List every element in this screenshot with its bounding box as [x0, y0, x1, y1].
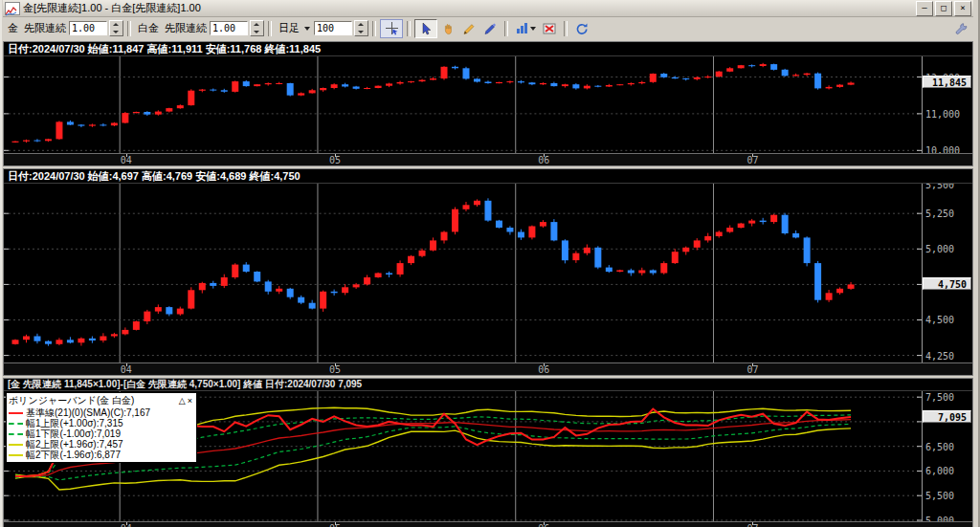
spin-down-icon[interactable]: [110, 29, 122, 36]
toolbar-separator: [564, 21, 568, 36]
platinum-price-axis: 5,5005,2505,0004,5004,2504,750: [923, 184, 972, 362]
x-axis-label: 07: [746, 523, 758, 527]
cursor-arrow-icon: [420, 22, 433, 35]
legend-entry: 幅2下限(-1.96σ):6,877: [9, 450, 193, 460]
bollinger-legend: ボリンジャーバンド(金 白金) △ × 基準線(21)(0)(SMA)(C):7…: [6, 392, 197, 463]
dropdown-caret-icon[interactable]: [304, 27, 310, 31]
x-axis-label: 07: [746, 155, 758, 165]
period-dropdown[interactable]: 日足: [278, 21, 300, 35]
y-axis-label: 11,000: [925, 109, 960, 120]
y-axis-label: 4,500: [925, 315, 954, 325]
y-axis-label: 6,000: [925, 466, 954, 476]
toolbar-separator: [407, 21, 411, 36]
spin-down-icon[interactable]: [251, 29, 263, 36]
maximize-button[interactable]: □: [935, 1, 952, 16]
x-axis-label: 06: [538, 155, 549, 165]
pencil-tool-button[interactable]: [458, 20, 479, 37]
x-axis-label: 04: [121, 523, 132, 527]
minimize-button[interactable]: –: [916, 1, 933, 16]
line-swatch: [9, 433, 23, 435]
spin-down-icon[interactable]: [355, 29, 368, 36]
gold-info-line: 日付:2024/07/30 始値:11,847 高値:11,911 安値:11,…: [4, 42, 972, 56]
bar-count-value[interactable]: 100: [314, 21, 352, 35]
y-axis-label: 7,500: [925, 392, 954, 403]
bar-count-spinner[interactable]: 100: [314, 20, 368, 36]
last-price-box: 11,845: [923, 76, 971, 88]
chart-delete-icon: [543, 22, 556, 35]
hand-tool-button[interactable]: [437, 20, 458, 37]
spread-x-axis: 04050607: [4, 521, 972, 527]
title-bar[interactable]: 金[先限連続]1.00 - 白金[先限連続]1.00 – □ ×: [3, 0, 973, 17]
window-title: 金[先限連続]1.00 - 白金[先限連続]1.00: [23, 1, 916, 15]
toolbar-separator: [504, 21, 508, 36]
remove-chart-button[interactable]: [539, 20, 560, 37]
gold-plot-area[interactable]: [4, 56, 923, 153]
platinum-multiplier-spinner[interactable]: 1.00: [210, 20, 264, 36]
spread-plot-area[interactable]: ボリンジャーバンド(金 白金) △ × 基準線(21)(0)(SMA)(C):7…: [4, 391, 923, 521]
platinum-chart-panel: 日付:2024/07/30 始値:4,697 高値:4,769 安値:4,689…: [3, 168, 973, 376]
chart-type-button[interactable]: [512, 20, 539, 37]
x-axis-label: 07: [746, 364, 758, 375]
toolbar-separator: [127, 21, 131, 36]
pencil-icon: [462, 22, 476, 35]
gold-chart-panel: 日付:2024/07/30 始値:11,847 高値:11,911 安値:11,…: [3, 41, 973, 166]
x-axis-label: 04: [121, 155, 132, 165]
legend-collapse-button[interactable]: △: [178, 396, 187, 406]
gold-symbol-label: 金: [8, 21, 18, 35]
pen-tool-button[interactable]: [479, 20, 501, 37]
chart-cursor-icon: [385, 21, 399, 35]
platinum-info-line: 日付:2024/07/30 始値:4,697 高値:4,769 安値:4,689…: [4, 169, 972, 184]
spread-value-axis: 7,5006,5006,0005,5005,0007,095: [923, 391, 972, 521]
toolbar-separator: [268, 21, 272, 36]
x-axis-label: 05: [329, 155, 341, 165]
x-axis-label: 05: [329, 364, 341, 375]
line-swatch: [9, 454, 23, 456]
close-button[interactable]: ×: [954, 1, 971, 16]
y-axis-label: 10,000: [925, 145, 960, 153]
x-axis-label: 04: [121, 364, 132, 375]
gold-price-axis: 12,00011,00010,00011,845: [923, 56, 972, 153]
spin-up-icon[interactable]: [251, 21, 263, 29]
y-axis-label: 5,500: [925, 184, 954, 190]
hand-icon: [441, 22, 455, 35]
platinum-x-axis: 04050607: [4, 362, 972, 375]
refresh-icon: [575, 22, 589, 35]
x-axis-label: 06: [538, 523, 549, 527]
gold-multiplier-spinner[interactable]: 1.00: [69, 20, 123, 36]
chart-window-icon: [5, 2, 20, 15]
platinum-series-label: 先限連続: [165, 21, 207, 35]
x-axis-label: 05: [329, 523, 341, 527]
last-price-box: 7,095: [923, 410, 971, 423]
toolbar-separator: [372, 21, 376, 36]
wrench-icon: [954, 22, 968, 35]
platinum-multiplier-value[interactable]: 1.00: [210, 21, 248, 35]
spread-chart-panel: [金 先限連続 11,845×1.00]-[白金 先限連続 4,750×1.00…: [3, 378, 973, 527]
dropdown-caret-icon: [530, 27, 536, 31]
last-price-box: 4,750: [923, 277, 971, 290]
select-tool-button[interactable]: [414, 19, 437, 38]
gold-multiplier-value[interactable]: 1.00: [69, 21, 107, 35]
legend-close-button[interactable]: ×: [187, 396, 193, 406]
x-axis-label: 06: [538, 364, 549, 375]
spin-up-icon[interactable]: [355, 21, 368, 29]
refresh-button[interactable]: [571, 20, 592, 37]
y-axis-label: 4,250: [925, 351, 954, 362]
gold-candlestick-chart: [4, 56, 922, 153]
platinum-plot-area[interactable]: [4, 184, 923, 362]
y-axis-label: 5,500: [925, 491, 954, 501]
spread-header-line: [金 先限連続 11,845×1.00]-[白金 先限連続 4,750×1.00…: [4, 379, 972, 391]
y-axis-label: 5,250: [925, 209, 954, 219]
app-window: 金[先限連続]1.00 - 白金[先限連続]1.00 – □ × 金 先限連続 …: [0, 0, 980, 527]
settings-wrench-button[interactable]: [950, 20, 971, 37]
candles: [11, 198, 854, 345]
chart-cursor-button[interactable]: [380, 19, 403, 38]
gold-x-axis: 04050607: [4, 153, 972, 165]
platinum-symbol-label: 白金: [138, 21, 159, 35]
spin-up-icon[interactable]: [110, 21, 122, 29]
pen-icon: [483, 22, 497, 35]
line-swatch: [9, 444, 23, 446]
bar-chart-icon: [516, 22, 528, 34]
candles: [11, 63, 854, 143]
y-axis-label: 5,000: [925, 244, 954, 254]
toolbar: 金 先限連続 1.00 白金 先限連続 1.00 日足 100: [3, 17, 973, 39]
